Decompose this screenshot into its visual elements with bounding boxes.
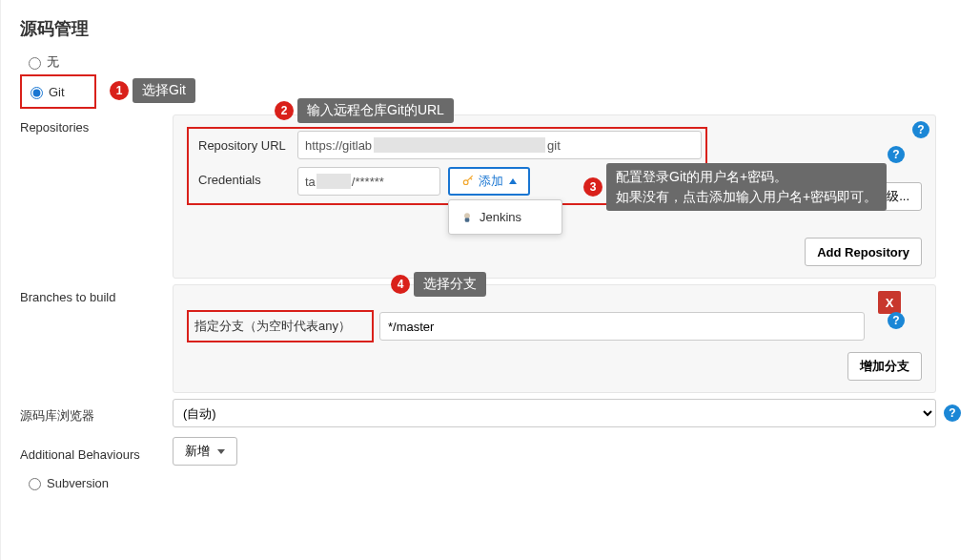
help-icon[interactable]: ? [944, 404, 961, 422]
anno-label-4: 选择分支 [414, 272, 486, 297]
credentials-select[interactable] [297, 167, 440, 196]
anno-badge-4: 4 [391, 275, 410, 294]
add-repository-button[interactable]: Add Repository [805, 238, 922, 266]
anno-label-3: 配置登录Git的用户名+密码。 如果没有，点击添加输入用户名+密码即可。 [606, 163, 887, 211]
anno-badge-1: 1 [110, 81, 129, 100]
scm-git-label: Git [49, 85, 65, 99]
dropdown-item-jenkins-label: Jenkins [480, 210, 521, 224]
additional-add-label: 新增 [185, 443, 210, 460]
add-credentials-button[interactable]: 添加 [448, 167, 530, 196]
jenkins-icon [460, 211, 474, 224]
anno-label-1: 选择Git [133, 78, 195, 103]
anno-label-2: 输入远程仓库Git的URL [297, 98, 454, 123]
credentials-label: Credentials [193, 167, 297, 193]
svg-point-0 [463, 180, 468, 185]
branch-specifier-input[interactable] [379, 312, 865, 341]
scm-none-label: 无 [47, 53, 59, 71]
scm-subversion-radio[interactable] [29, 478, 41, 490]
caret-down-icon [217, 449, 225, 454]
repo-url-input[interactable] [297, 131, 702, 159]
scm-none-radio[interactable] [29, 57, 41, 70]
scm-subversion-label: Subversion [47, 476, 109, 490]
add-branch-button[interactable]: 增加分支 [847, 352, 922, 381]
additional-add-button[interactable]: 新增 [173, 437, 237, 466]
caret-up-icon [509, 178, 517, 184]
anno-badge-2: 2 [275, 101, 294, 120]
help-icon[interactable]: ? [888, 146, 905, 163]
section-title: 源码管理 [20, 17, 961, 40]
repo-url-label: Repository URL [193, 133, 297, 158]
dropdown-item-jenkins[interactable]: Jenkins [449, 204, 561, 230]
repo-browser-label: 源码库浏览器 [20, 402, 173, 425]
svg-rect-2 [465, 218, 470, 221]
anno-badge-3: 3 [583, 177, 602, 197]
help-icon[interactable]: ? [912, 121, 929, 138]
branch-specifier-label: 指定分支（为空时代表any） [187, 310, 374, 342]
scm-git-radio[interactable] [31, 87, 43, 99]
additional-label: Additional Behaviours [20, 442, 173, 462]
svg-point-1 [464, 213, 470, 218]
delete-branch-button[interactable]: X [878, 291, 901, 314]
repositories-label: Repositories [20, 114, 173, 135]
branches-label: Branches to build [20, 284, 173, 304]
help-icon[interactable]: ? [888, 312, 905, 329]
repo-browser-select[interactable]: (自动) [173, 399, 936, 427]
add-credentials-label: 添加 [479, 173, 503, 190]
add-credentials-dropdown: Jenkins [448, 199, 562, 235]
key-icon [461, 175, 475, 188]
